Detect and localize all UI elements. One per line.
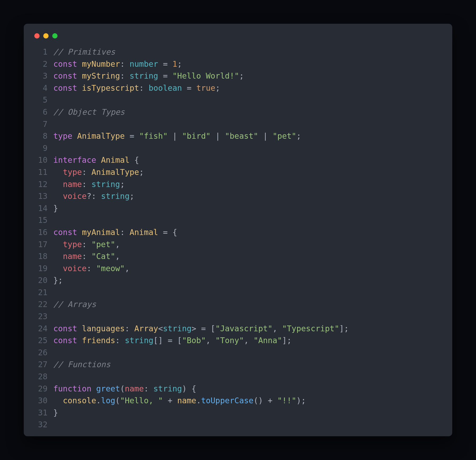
code-line[interactable]: 4const isTypescript: boolean = true;: [33, 82, 443, 94]
line-content[interactable]: // Primitives: [53, 46, 115, 58]
token-operator: =: [187, 83, 192, 93]
line-content[interactable]: interface Animal {: [53, 154, 139, 166]
token-string: "pet": [92, 240, 115, 249]
line-content[interactable]: }: [53, 407, 58, 419]
code-line[interactable]: 16const myAnimal: Animal = {: [33, 226, 443, 238]
line-content[interactable]: name: string;: [53, 178, 125, 190]
line-content[interactable]: const myString: string = "Hello World!";: [53, 70, 244, 82]
code-line[interactable]: 27// Functions: [33, 358, 443, 371]
code-line[interactable]: 20};: [33, 274, 443, 286]
token-operator: :: [120, 228, 125, 237]
line-content[interactable]: };: [53, 274, 63, 286]
line-content[interactable]: [53, 286, 58, 299]
token-type: number: [130, 59, 158, 69]
line-content[interactable]: }: [53, 202, 58, 214]
code-line[interactable]: 3const myString: string = "Hello World!"…: [33, 70, 443, 82]
code-line[interactable]: 19 voice: "meow",: [33, 262, 443, 275]
code-line[interactable]: 22// Arrays: [33, 298, 443, 310]
token-operator: =: [130, 131, 134, 141]
code-line[interactable]: 6// Object Types: [33, 106, 443, 118]
code-line[interactable]: 13 voice?: string;: [33, 190, 443, 202]
line-content[interactable]: voice: "meow",: [53, 262, 130, 275]
line-content[interactable]: const isTypescript: boolean = true;: [53, 82, 220, 94]
line-number: 1: [33, 46, 53, 58]
line-content[interactable]: [53, 214, 58, 226]
token-type: string: [163, 324, 191, 333]
token-string: "Cat": [92, 252, 115, 261]
line-content[interactable]: [53, 347, 58, 359]
line-content[interactable]: [53, 94, 58, 106]
token-plain: [168, 71, 173, 80]
line-content[interactable]: type: "pet",: [53, 238, 120, 251]
code-line[interactable]: 31}: [33, 407, 443, 419]
token-operator: :: [115, 336, 120, 345]
token-type: string: [101, 191, 130, 201]
code-line[interactable]: 29function greet(name: string) {: [33, 383, 443, 395]
token-variable: Array: [134, 324, 158, 333]
code-editor[interactable]: 1// Primitives2const myNumber: number = …: [33, 46, 443, 431]
code-line[interactable]: 1// Primitives: [33, 46, 443, 58]
code-line[interactable]: 10interface Animal {: [33, 154, 443, 166]
maximize-icon[interactable]: [52, 33, 58, 39]
code-line[interactable]: 11 type: AnimalType;: [33, 166, 443, 178]
code-line[interactable]: 18 name: "Cat",: [33, 250, 443, 262]
code-line[interactable]: 24const languages: Array<string> = ["Jav…: [33, 323, 443, 335]
code-line[interactable]: 26: [33, 347, 443, 359]
token-prop: type: [63, 167, 82, 177]
minimize-icon[interactable]: [43, 33, 49, 39]
line-content[interactable]: [53, 310, 58, 323]
token-plain: [53, 252, 63, 261]
line-content[interactable]: const friends: string[] = ["Bob", "Tony"…: [53, 334, 292, 347]
code-line[interactable]: 12 name: string;: [33, 178, 443, 190]
token-operator: :: [82, 167, 87, 177]
line-content[interactable]: const myAnimal: Animal = {: [53, 226, 177, 238]
line-number: 11: [33, 166, 53, 178]
code-line[interactable]: 23: [33, 310, 443, 323]
code-line[interactable]: 17 type: "pet",: [33, 238, 443, 251]
token-variable: isTypescript: [82, 83, 139, 93]
token-plain: [87, 240, 91, 249]
code-line[interactable]: 21: [33, 286, 443, 299]
token-plain: [168, 131, 173, 141]
token-comment: // Functions: [53, 360, 111, 369]
line-content[interactable]: name: "Cat",: [53, 250, 120, 262]
line-content[interactable]: // Object Types: [53, 106, 125, 118]
line-number: 25: [33, 334, 53, 347]
line-content[interactable]: [53, 142, 58, 154]
line-content[interactable]: const myNumber: number = 1;: [53, 58, 182, 70]
token-variable: name: [177, 396, 196, 405]
code-line[interactable]: 7: [33, 118, 443, 130]
code-line[interactable]: 28: [33, 371, 443, 383]
code-line[interactable]: 25const friends: string[] = ["Bob", "Ton…: [33, 334, 443, 347]
line-content[interactable]: type AnimalType = "fish" | "bird" | "bea…: [53, 130, 301, 142]
code-line[interactable]: 14}: [33, 202, 443, 214]
code-line[interactable]: 32: [33, 419, 443, 431]
line-content[interactable]: [53, 118, 58, 130]
line-content[interactable]: [53, 371, 58, 383]
code-line[interactable]: 15: [33, 214, 443, 226]
line-content[interactable]: // Functions: [53, 358, 111, 371]
code-line[interactable]: 30 console.log("Hello, " + name.toUpperC…: [33, 395, 443, 407]
token-plain: [177, 131, 182, 141]
line-content[interactable]: [53, 419, 58, 431]
token-comment: // Primitives: [53, 47, 115, 56]
line-content[interactable]: type: AnimalType;: [53, 166, 144, 178]
token-string: "Tony": [215, 336, 244, 345]
line-number: 31: [33, 407, 53, 419]
code-line[interactable]: 2const myNumber: number = 1;: [33, 58, 443, 70]
token-plain: [268, 131, 273, 141]
line-content[interactable]: voice?: string;: [53, 190, 134, 202]
code-line[interactable]: 8type AnimalType = "fish" | "bird" | "be…: [33, 130, 443, 142]
line-content[interactable]: function greet(name: string) {: [53, 383, 196, 395]
token-plain: [273, 396, 277, 405]
line-content[interactable]: // Arrays: [53, 298, 96, 310]
line-number: 30: [33, 395, 53, 407]
close-icon[interactable]: [34, 33, 40, 39]
line-content[interactable]: console.log("Hello, " + name.toUpperCase…: [53, 395, 306, 407]
token-keyword: const: [53, 336, 77, 345]
line-content[interactable]: const languages: Array<string> = ["Javas…: [53, 323, 349, 335]
line-number: 23: [33, 310, 53, 323]
token-plain: ,: [273, 324, 282, 333]
code-line[interactable]: 9: [33, 142, 443, 154]
code-line[interactable]: 5: [33, 94, 443, 106]
